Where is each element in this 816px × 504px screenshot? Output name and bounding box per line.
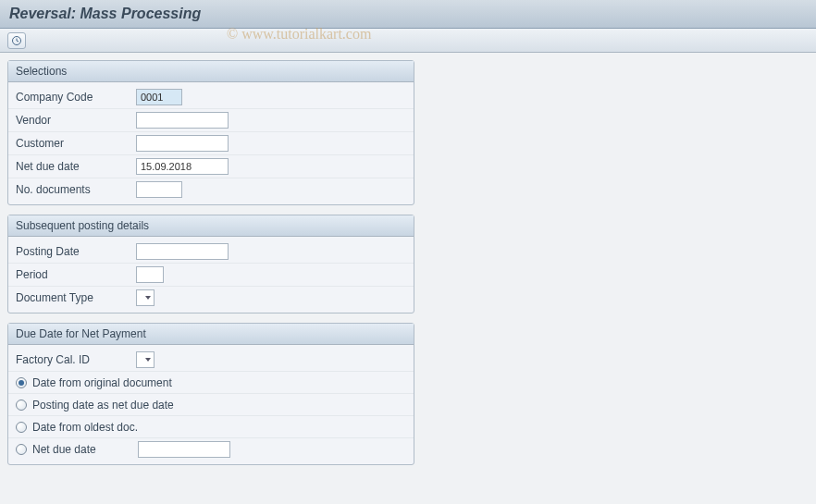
radio-posting-net[interactable] [16, 400, 27, 411]
radio-row-net-due[interactable]: Net due date [8, 438, 414, 461]
input-net-due-date[interactable] [136, 158, 229, 175]
label-no-documents: No. documents [16, 183, 136, 196]
row-net-due-date: Net due date [8, 155, 414, 178]
label-doc-type: Document Type [16, 291, 136, 304]
radio-label-net-due: Net due date [32, 443, 132, 456]
label-net-due-date: Net due date [16, 160, 136, 173]
radio-oldest-doc[interactable] [16, 422, 27, 433]
row-factory-cal: Factory Cal. ID [8, 349, 414, 372]
group-header-due: Due Date for Net Payment [8, 324, 414, 345]
input-doc-type-f4[interactable] [136, 289, 155, 306]
row-customer: Customer [8, 132, 414, 155]
radio-row-original-doc[interactable]: Date from original document [8, 372, 414, 394]
row-no-documents: No. documents [8, 178, 414, 201]
row-doc-type: Document Type [8, 287, 414, 309]
radio-label-posting-net: Posting date as net due date [32, 399, 174, 412]
group-selections: Selections Company Code Vendor Customer … [7, 60, 414, 205]
title-bar: Reversal: Mass Processing [0, 0, 816, 29]
input-customer[interactable] [136, 135, 229, 152]
group-header-posting: Subsequent posting details [8, 215, 414, 237]
toolbar [0, 29, 816, 53]
content-area: Selections Company Code Vendor Customer … [0, 53, 816, 482]
input-company-code[interactable] [136, 89, 182, 105]
radio-row-posting-net[interactable]: Posting date as net due date [8, 394, 414, 416]
radio-row-oldest-doc[interactable]: Date from oldest doc. [8, 416, 414, 438]
row-posting-date: Posting Date [8, 240, 414, 264]
execute-button[interactable] [7, 32, 26, 49]
row-vendor: Vendor [8, 109, 414, 132]
radio-label-original-doc: Date from original document [32, 376, 172, 389]
radio-original-doc[interactable] [16, 377, 27, 388]
label-company-code: Company Code [16, 91, 136, 104]
row-company-code: Company Code [8, 86, 414, 109]
label-period: Period [16, 268, 136, 281]
group-posting: Subsequent posting details Posting Date … [7, 215, 414, 313]
label-vendor: Vendor [16, 114, 136, 127]
row-period: Period [8, 264, 414, 287]
page-title: Reversal: Mass Processing [9, 6, 807, 22]
group-header-selections: Selections [8, 61, 414, 82]
input-vendor[interactable] [136, 112, 229, 129]
input-no-documents[interactable] [136, 181, 182, 198]
input-posting-date[interactable] [136, 243, 229, 260]
label-posting-date: Posting Date [16, 245, 136, 258]
clock-execute-icon [11, 35, 22, 46]
group-due-date: Due Date for Net Payment Factory Cal. ID… [7, 323, 414, 465]
label-customer: Customer [16, 137, 136, 150]
input-period[interactable] [136, 266, 164, 283]
radio-label-oldest-doc: Date from oldest doc. [32, 421, 138, 434]
input-factory-cal-f4[interactable] [136, 351, 155, 368]
input-net-due-option[interactable] [138, 441, 230, 458]
radio-net-due[interactable] [16, 444, 27, 455]
label-factory-cal: Factory Cal. ID [16, 353, 136, 366]
